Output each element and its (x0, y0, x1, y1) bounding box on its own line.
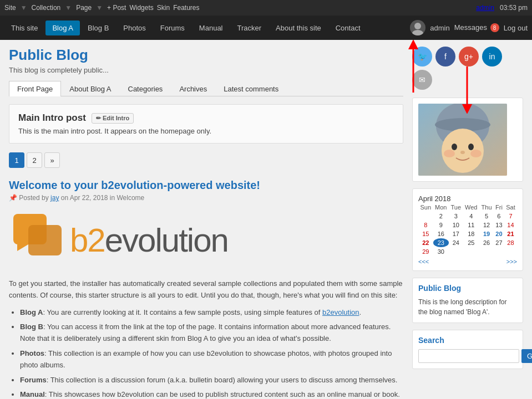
calendar-row: 15 16 17 18 19 20 21 (418, 229, 517, 238)
svg-marker-5 (47, 255, 62, 262)
blog-tabs: Front Page About Blog A Categories Archi… (9, 81, 403, 96)
calendar-row: 22 23 24 25 26 27 28 (418, 238, 517, 247)
main-layout: Public Blog This blog is completely publ… (0, 40, 532, 399)
post-content: To get you started, the installer has au… (9, 278, 403, 399)
nav-this-site[interactable]: This site (4, 21, 44, 35)
nav-blog-b[interactable]: Blog B (81, 21, 115, 35)
pagination: 1 2 » (9, 152, 403, 168)
admin-nav-link[interactable]: admin (430, 24, 449, 32)
email-icon[interactable]: ✉ (412, 70, 432, 90)
admin-bar: Site ▼ Collection ▼ Page ▼ + Post Widget… (0, 0, 532, 16)
calendar-row: 2 3 4 5 6 7 (418, 212, 517, 221)
calendar-table: Sun Mon Tue Wed Thu Fri Sat 2 (418, 203, 517, 256)
cal-next-next[interactable]: >> (510, 258, 517, 265)
blog-description: This blog is completely public... (9, 66, 403, 74)
tab-about-blog-a[interactable]: About Blog A (61, 81, 119, 96)
messages-label: Messages (454, 23, 487, 32)
site-menu[interactable]: Site (4, 4, 16, 12)
blog-header: Public Blog This blog is completely publ… (9, 47, 403, 74)
search-widget: Search Go (412, 330, 523, 369)
intro-post: Main Intro post ✏ Edit Intro This is the… (9, 104, 403, 144)
page-next-button[interactable]: » (44, 152, 60, 168)
search-input[interactable] (418, 349, 519, 363)
svg-point-13 (444, 150, 455, 157)
intro-post-content: This is the main intro post. It appears … (18, 127, 394, 135)
svg-point-11 (468, 144, 474, 150)
post-title: Welcome to your b2evolution-powered webs… (9, 179, 403, 192)
avatar-image (418, 104, 507, 176)
search-row: Go (418, 349, 517, 363)
nav-bar: This site Blog A Blog B Photos Forums Ma… (0, 16, 532, 40)
sidebar-avatar-widget (412, 98, 523, 182)
search-widget-title: Search (418, 336, 517, 345)
nav-right: admin Messages 8 Log out (410, 20, 528, 35)
messages-count: 8 (490, 23, 499, 32)
svg-rect-4 (28, 225, 62, 255)
tab-latest-comments[interactable]: Latest comments (215, 81, 287, 96)
page-1-button[interactable]: 1 (9, 152, 24, 168)
svg-point-14 (470, 150, 482, 157)
messages-link[interactable]: Messages 8 (454, 23, 499, 33)
calendar-widget: April 2018 Sun Mon Tue Wed Thu Fri Sat (412, 188, 523, 271)
page-2-button[interactable]: 2 (27, 152, 42, 168)
blog-title: Public Blog (9, 47, 403, 64)
intro-post-title: Main Intro post ✏ Edit Intro (18, 112, 394, 124)
tab-archives[interactable]: Archives (171, 81, 215, 96)
widgets-link[interactable]: Widgets (129, 4, 153, 12)
calendar-title: April 2018 (418, 195, 517, 203)
blog-logo: b2evolution (9, 209, 403, 270)
b2evolution-link[interactable]: b2evolution (322, 308, 359, 316)
social-icons: 🐦 f g+ in ✉ (412, 47, 523, 90)
skin-link[interactable]: Skin (157, 4, 170, 12)
blog-description-widget: Public Blog This is the long description… (412, 278, 523, 323)
blog-widget-title: Public Blog (418, 284, 517, 293)
cal-prev-prev[interactable]: << (418, 258, 425, 265)
nav-blog-a[interactable]: Blog A (45, 21, 80, 35)
calendar-row: 29 30 (418, 247, 517, 256)
avatar (410, 20, 425, 35)
sidebar: 🐦 f g+ in ✉ (412, 47, 523, 399)
post-list: Blog A: You are currently looking at it.… (20, 307, 403, 399)
list-item: Manual: This showcases how b2evolution c… (20, 389, 403, 399)
tab-front-page[interactable]: Front Page (9, 81, 61, 96)
logout-link[interactable]: Log out (504, 24, 528, 32)
calendar-row: 8 9 10 11 12 13 14 (418, 221, 517, 229)
b2evolution-icon (9, 209, 70, 270)
nav-about[interactable]: About this site (269, 21, 328, 35)
collection-menu[interactable]: Collection (32, 4, 61, 12)
edit-intro-button[interactable]: ✏ Edit Intro (92, 113, 134, 124)
nav-tracker[interactable]: Tracker (231, 21, 268, 35)
linkedin-icon[interactable]: in (482, 47, 502, 66)
nav-forums[interactable]: Forums (154, 21, 191, 35)
google-icon[interactable]: g+ (459, 47, 479, 66)
twitter-icon[interactable]: 🐦 (412, 47, 432, 66)
admin-bar-left: Site ▼ Collection ▼ Page ▼ + Post Widget… (4, 4, 200, 12)
svg-point-10 (452, 144, 457, 150)
tab-categories[interactable]: Categories (120, 81, 171, 96)
svg-point-0 (414, 23, 421, 29)
list-item: Forums: This collection is a discussion … (20, 375, 403, 386)
post-intro: To get you started, the installer has au… (9, 278, 403, 301)
list-item: Blog A: You are currently looking at it.… (20, 307, 403, 319)
list-item: Photos: This collection is an example of… (20, 348, 403, 371)
admin-time: 03:53 pm (500, 4, 528, 12)
nav-manual[interactable]: Manual (192, 21, 230, 35)
page-menu[interactable]: Page (76, 4, 92, 12)
admin-bar-right: admin 03:53 pm (476, 4, 528, 12)
svg-marker-3 (17, 244, 28, 251)
list-item: Blog B: You can access it from the link … (20, 321, 403, 345)
svg-point-1 (412, 30, 423, 35)
nav-contact[interactable]: Contact (329, 21, 367, 35)
facebook-icon[interactable]: f (435, 47, 455, 66)
post-author-link[interactable]: jay (50, 194, 59, 202)
blog-widget-description: This is the long description for the blo… (418, 297, 517, 317)
post-link[interactable]: + Post (107, 4, 126, 12)
nav-photos[interactable]: Photos (116, 21, 152, 35)
content-area: Public Blog This blog is completely publ… (9, 47, 403, 399)
search-go-button[interactable]: Go (521, 349, 532, 363)
features-link[interactable]: Features (173, 4, 199, 12)
calendar-nav: << < > >> (418, 258, 517, 265)
post-meta: 📌 Posted by jay on Apr 22, 2018 in Welco… (9, 194, 403, 202)
svg-point-12 (460, 151, 465, 154)
admin-link[interactable]: admin (476, 4, 494, 12)
